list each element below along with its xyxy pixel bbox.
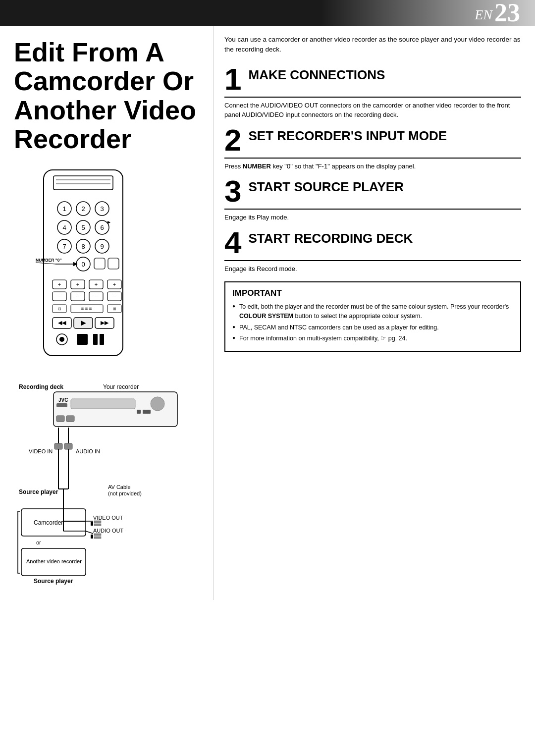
step-3-title: Start Source Player (248, 176, 404, 194)
step-4-number: 4 (224, 227, 241, 258)
svg-rect-73 (56, 416, 64, 422)
remote-svg: 1 2 3 4 5 6 ▶ 7 8 9 (29, 165, 138, 363)
svg-text:Source player: Source player (19, 488, 58, 495)
svg-rect-96 (91, 535, 93, 539)
svg-text:⊞: ⊞ (113, 307, 116, 311)
svg-text:9: 9 (100, 243, 104, 250)
svg-text:4: 4 (62, 224, 66, 231)
step-1-title: Make Connections (248, 64, 385, 82)
svg-text:VIDEO OUT: VIDEO OUT (93, 515, 123, 521)
svg-text:+: + (113, 281, 116, 287)
step-4-header: 4 Start Recording Deck (224, 227, 521, 261)
svg-text:3: 3 (100, 205, 104, 213)
important-item-2: PAL, SECAM and NTSC camcorders can be us… (232, 323, 513, 332)
diagram-svg: Recording deck Your recorder JVC (14, 380, 202, 588)
svg-point-60 (59, 337, 64, 342)
important-list: To edit, both the player and the recorde… (232, 302, 513, 343)
svg-rect-63 (100, 334, 104, 345)
svg-text:AV Cable: AV Cable (108, 484, 131, 490)
connection-diagram: Recording deck Your recorder JVC (14, 380, 202, 590)
top-bar: EN 23 (0, 0, 535, 26)
svg-point-70 (151, 397, 164, 411)
svg-rect-61 (77, 334, 88, 345)
main-content: Edit From A Camcorder Or Another Video R… (0, 26, 535, 600)
svg-text:VIDEO IN: VIDEO IN (29, 448, 53, 454)
step-3-description: Engage its Play mode. (224, 213, 521, 222)
svg-rect-74 (66, 416, 74, 422)
step-3-section: 3 Start Source Player Engage its Play mo… (224, 176, 521, 222)
svg-rect-94 (94, 524, 101, 526)
step-1-header: 1 Make Connections (224, 64, 521, 98)
svg-rect-71 (137, 410, 141, 414)
step-3-header: 3 Start Source Player (224, 176, 521, 210)
svg-line-104 (86, 531, 93, 534)
svg-text:Your recorder: Your recorder (103, 383, 139, 390)
svg-text:0: 0 (81, 261, 85, 268)
svg-rect-62 (93, 334, 98, 345)
svg-text:⊡: ⊡ (58, 307, 61, 311)
svg-text:+: + (95, 281, 98, 287)
svg-text:6: 6 (100, 224, 104, 231)
step-3-number: 3 (224, 176, 241, 207)
svg-text:Source player: Source player (34, 578, 73, 585)
svg-text:≋≋≋: ≋≋≋ (81, 306, 93, 311)
svg-text:◀◀: ◀◀ (58, 320, 66, 325)
svg-text:+: + (76, 281, 79, 287)
svg-rect-72 (143, 410, 151, 414)
svg-text:1: 1 (62, 205, 66, 213)
svg-text:8: 8 (81, 243, 85, 250)
svg-text:Camcorder: Camcorder (34, 519, 63, 526)
svg-rect-29 (94, 258, 105, 269)
remote-illustration: 1 2 3 4 5 6 ▶ 7 8 9 (29, 165, 138, 365)
intro-text: You can use a camcorder or another video… (224, 35, 521, 55)
svg-text:+: + (58, 281, 61, 287)
important-title: Important (232, 288, 513, 298)
important-item-1: To edit, both the player and the recorde… (232, 302, 513, 321)
step-4-section: 4 Start Recording Deck Engage its Record… (224, 227, 521, 274)
svg-text:(not provided): (not provided) (108, 490, 142, 496)
page-number: 23 (494, 0, 520, 26)
step-2-section: 2 Set Recorder's Input Mode Press NUMBER… (224, 125, 521, 171)
step-2-title: Set Recorder's Input Mode (248, 125, 447, 143)
step-1-description: Connect the AUDIO/VIDEO OUT connectors o… (224, 101, 521, 120)
svg-text:5: 5 (81, 224, 85, 231)
svg-rect-30 (108, 258, 119, 269)
important-item-3: For more information on multi-system com… (232, 334, 513, 343)
svg-rect-98 (94, 537, 101, 539)
svg-text:Another video recorder: Another video recorder (26, 558, 82, 564)
step-2-header: 2 Set Recorder's Input Mode (224, 125, 521, 159)
svg-text:2: 2 (81, 205, 85, 213)
svg-text:7: 7 (62, 243, 66, 250)
svg-rect-79 (54, 443, 62, 449)
step-1-section: 1 Make Connections Connect the AUDIO/VID… (224, 64, 521, 120)
right-column: You can use a camcorder or another video… (213, 26, 535, 600)
important-box: Important To edit, both the player and t… (224, 281, 521, 352)
svg-rect-69 (71, 399, 135, 409)
svg-rect-80 (64, 443, 72, 449)
page-title: Edit From A Camcorder Or Another Video R… (14, 38, 203, 153)
step-2-description: Press NUMBER key "0" so that "F-1" appea… (224, 162, 521, 171)
svg-text:AUDIO OUT: AUDIO OUT (93, 528, 123, 534)
step-1-number: 1 (224, 64, 241, 95)
svg-rect-1 (54, 176, 113, 190)
step-2-number: 2 (224, 125, 241, 156)
svg-text:▶: ▶ (107, 220, 111, 224)
svg-text:−: − (76, 292, 80, 300)
en-label: EN (475, 7, 492, 26)
left-column: Edit From A Camcorder Or Another Video R… (0, 26, 213, 600)
svg-text:▶: ▶ (81, 319, 86, 326)
svg-line-28 (36, 263, 55, 264)
step-4-description: Engage its Record mode. (224, 264, 521, 274)
svg-text:Recording deck: Recording deck (19, 383, 63, 390)
svg-text:−: − (94, 292, 98, 300)
step-4-title: Start Recording Deck (248, 227, 413, 246)
svg-text:JVC: JVC (58, 397, 68, 403)
svg-rect-97 (94, 534, 101, 536)
svg-rect-68 (56, 403, 67, 407)
svg-text:▶▶: ▶▶ (101, 320, 109, 325)
svg-text:NUMBER "0": NUMBER "0" (36, 258, 61, 263)
svg-text:−: − (112, 292, 116, 300)
svg-rect-93 (94, 521, 101, 523)
svg-rect-92 (91, 522, 93, 526)
svg-text:or: or (36, 540, 41, 545)
